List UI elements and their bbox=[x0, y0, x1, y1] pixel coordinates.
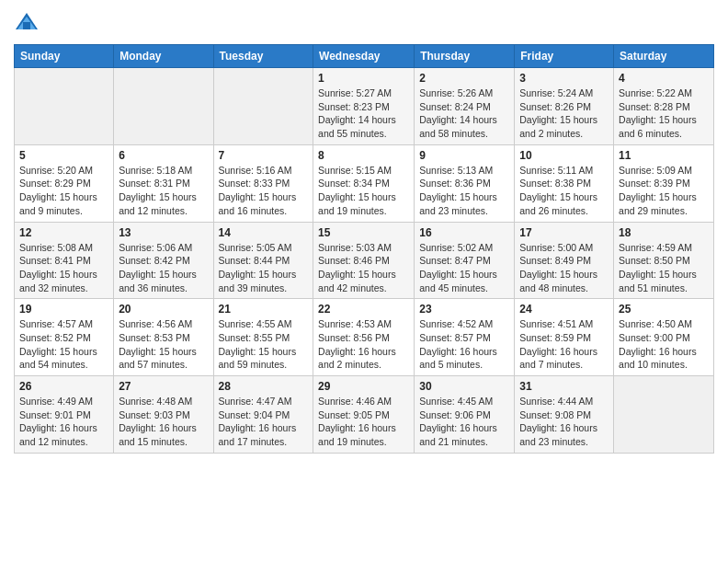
calendar-cell: 5Sunrise: 5:20 AMSunset: 8:29 PMDaylight… bbox=[15, 144, 114, 222]
day-info: Sunrise: 5:20 AMSunset: 8:29 PMDaylight:… bbox=[19, 164, 108, 218]
calendar-cell: 17Sunrise: 5:00 AMSunset: 8:49 PMDayligh… bbox=[515, 222, 614, 299]
calendar-cell: 10Sunrise: 5:11 AMSunset: 8:38 PMDayligh… bbox=[515, 144, 614, 222]
day-number: 19 bbox=[19, 303, 108, 316]
day-info: Sunrise: 4:45 AMSunset: 9:06 PMDaylight:… bbox=[419, 395, 509, 449]
day-info: Sunrise: 5:05 AMSunset: 8:44 PMDaylight:… bbox=[219, 241, 309, 295]
day-number: 17 bbox=[519, 226, 609, 239]
calendar-cell bbox=[213, 68, 313, 145]
day-info: Sunrise: 4:46 AMSunset: 9:05 PMDaylight:… bbox=[318, 395, 409, 449]
calendar-cell: 14Sunrise: 5:05 AMSunset: 8:44 PMDayligh… bbox=[213, 222, 313, 299]
calendar-cell: 11Sunrise: 5:09 AMSunset: 8:39 PMDayligh… bbox=[614, 144, 714, 222]
day-info: Sunrise: 4:49 AMSunset: 9:01 PMDaylight:… bbox=[19, 395, 108, 449]
col-header-wednesday: Wednesday bbox=[313, 45, 415, 68]
day-number: 22 bbox=[318, 303, 409, 316]
day-number: 8 bbox=[318, 149, 409, 162]
day-number: 30 bbox=[419, 380, 509, 393]
calendar-table: SundayMondayTuesdayWednesdayThursdayFrid… bbox=[14, 44, 714, 454]
col-header-thursday: Thursday bbox=[415, 45, 515, 68]
day-info: Sunrise: 5:16 AMSunset: 8:33 PMDaylight:… bbox=[219, 164, 309, 218]
col-header-friday: Friday bbox=[515, 45, 614, 68]
day-info: Sunrise: 5:27 AMSunset: 8:23 PMDaylight:… bbox=[318, 86, 409, 141]
day-info: Sunrise: 5:22 AMSunset: 8:28 PMDaylight:… bbox=[619, 86, 709, 141]
day-number: 28 bbox=[219, 380, 309, 393]
calendar-cell: 28Sunrise: 4:47 AMSunset: 9:04 PMDayligh… bbox=[213, 376, 313, 454]
calendar-cell: 15Sunrise: 5:03 AMSunset: 8:46 PMDayligh… bbox=[313, 222, 415, 299]
logo bbox=[14, 9, 43, 35]
day-info: Sunrise: 5:03 AMSunset: 8:46 PMDaylight:… bbox=[318, 241, 409, 295]
day-number: 5 bbox=[19, 149, 108, 162]
calendar-cell: 20Sunrise: 4:56 AMSunset: 8:53 PMDayligh… bbox=[114, 299, 213, 376]
calendar-cell: 31Sunrise: 4:44 AMSunset: 9:08 PMDayligh… bbox=[515, 376, 614, 454]
day-info: Sunrise: 5:15 AMSunset: 8:34 PMDaylight:… bbox=[318, 164, 409, 218]
calendar-cell: 18Sunrise: 4:59 AMSunset: 8:50 PMDayligh… bbox=[614, 222, 714, 299]
calendar-cell: 1Sunrise: 5:27 AMSunset: 8:23 PMDaylight… bbox=[313, 68, 415, 145]
day-info: Sunrise: 5:08 AMSunset: 8:41 PMDaylight:… bbox=[19, 241, 108, 295]
day-number: 2 bbox=[419, 72, 509, 85]
col-header-tuesday: Tuesday bbox=[213, 45, 313, 68]
day-number: 26 bbox=[19, 380, 108, 393]
day-info: Sunrise: 5:24 AMSunset: 8:26 PMDaylight:… bbox=[519, 86, 609, 141]
col-header-sunday: Sunday bbox=[15, 45, 114, 68]
logo-icon bbox=[14, 9, 40, 35]
calendar-cell bbox=[114, 68, 213, 145]
calendar-week-row: 19Sunrise: 4:57 AMSunset: 8:52 PMDayligh… bbox=[15, 299, 714, 376]
calendar-cell: 12Sunrise: 5:08 AMSunset: 8:41 PMDayligh… bbox=[15, 222, 114, 299]
day-info: Sunrise: 5:06 AMSunset: 8:42 PMDaylight:… bbox=[119, 241, 208, 295]
day-number: 16 bbox=[419, 226, 509, 239]
calendar-cell: 8Sunrise: 5:15 AMSunset: 8:34 PMDaylight… bbox=[313, 144, 415, 222]
day-info: Sunrise: 5:11 AMSunset: 8:38 PMDaylight:… bbox=[519, 164, 609, 218]
day-number: 15 bbox=[318, 226, 409, 239]
day-number: 11 bbox=[619, 149, 709, 162]
calendar-cell: 19Sunrise: 4:57 AMSunset: 8:52 PMDayligh… bbox=[15, 299, 114, 376]
day-info: Sunrise: 5:18 AMSunset: 8:31 PMDaylight:… bbox=[119, 164, 208, 218]
day-number: 14 bbox=[219, 226, 309, 239]
calendar-cell: 23Sunrise: 4:52 AMSunset: 8:57 PMDayligh… bbox=[415, 299, 515, 376]
calendar-cell: 25Sunrise: 4:50 AMSunset: 9:00 PMDayligh… bbox=[614, 299, 714, 376]
day-number: 29 bbox=[318, 380, 409, 393]
page: SundayMondayTuesdayWednesdayThursdayFrid… bbox=[0, 0, 728, 467]
day-info: Sunrise: 4:47 AMSunset: 9:04 PMDaylight:… bbox=[219, 395, 309, 449]
calendar-cell: 4Sunrise: 5:22 AMSunset: 8:28 PMDaylight… bbox=[614, 68, 714, 145]
day-number: 13 bbox=[119, 226, 208, 239]
calendar-cell: 24Sunrise: 4:51 AMSunset: 8:59 PMDayligh… bbox=[515, 299, 614, 376]
calendar-week-row: 12Sunrise: 5:08 AMSunset: 8:41 PMDayligh… bbox=[15, 222, 714, 299]
calendar-cell: 9Sunrise: 5:13 AMSunset: 8:36 PMDaylight… bbox=[415, 144, 515, 222]
calendar-cell bbox=[15, 68, 114, 145]
day-number: 25 bbox=[619, 303, 709, 316]
col-header-saturday: Saturday bbox=[614, 45, 714, 68]
day-info: Sunrise: 4:51 AMSunset: 8:59 PMDaylight:… bbox=[519, 317, 609, 372]
day-info: Sunrise: 4:59 AMSunset: 8:50 PMDaylight:… bbox=[619, 241, 709, 295]
day-number: 10 bbox=[519, 149, 609, 162]
calendar-cell: 7Sunrise: 5:16 AMSunset: 8:33 PMDaylight… bbox=[213, 144, 313, 222]
day-number: 1 bbox=[318, 72, 409, 85]
day-number: 27 bbox=[119, 380, 208, 393]
day-info: Sunrise: 5:13 AMSunset: 8:36 PMDaylight:… bbox=[419, 164, 509, 218]
day-info: Sunrise: 4:57 AMSunset: 8:52 PMDaylight:… bbox=[19, 317, 108, 372]
calendar-cell: 30Sunrise: 4:45 AMSunset: 9:06 PMDayligh… bbox=[415, 376, 515, 454]
calendar-cell: 6Sunrise: 5:18 AMSunset: 8:31 PMDaylight… bbox=[114, 144, 213, 222]
calendar-header-row: SundayMondayTuesdayWednesdayThursdayFrid… bbox=[15, 45, 714, 68]
day-info: Sunrise: 5:00 AMSunset: 8:49 PMDaylight:… bbox=[519, 241, 609, 295]
calendar-cell: 29Sunrise: 4:46 AMSunset: 9:05 PMDayligh… bbox=[313, 376, 415, 454]
calendar-cell: 26Sunrise: 4:49 AMSunset: 9:01 PMDayligh… bbox=[15, 376, 114, 454]
day-number: 20 bbox=[119, 303, 208, 316]
calendar-cell bbox=[614, 376, 714, 454]
day-number: 4 bbox=[619, 72, 709, 85]
day-info: Sunrise: 4:52 AMSunset: 8:57 PMDaylight:… bbox=[419, 317, 509, 372]
day-number: 7 bbox=[219, 149, 309, 162]
day-info: Sunrise: 4:44 AMSunset: 9:08 PMDaylight:… bbox=[519, 395, 609, 449]
day-number: 24 bbox=[519, 303, 609, 316]
day-number: 23 bbox=[419, 303, 509, 316]
col-header-monday: Monday bbox=[114, 45, 213, 68]
calendar-week-row: 1Sunrise: 5:27 AMSunset: 8:23 PMDaylight… bbox=[15, 68, 714, 145]
day-info: Sunrise: 5:02 AMSunset: 8:47 PMDaylight:… bbox=[419, 241, 509, 295]
day-info: Sunrise: 4:53 AMSunset: 8:56 PMDaylight:… bbox=[318, 317, 409, 372]
calendar-cell: 13Sunrise: 5:06 AMSunset: 8:42 PMDayligh… bbox=[114, 222, 213, 299]
day-number: 9 bbox=[419, 149, 509, 162]
header bbox=[14, 9, 714, 35]
day-info: Sunrise: 5:26 AMSunset: 8:24 PMDaylight:… bbox=[419, 86, 509, 141]
calendar-cell: 16Sunrise: 5:02 AMSunset: 8:47 PMDayligh… bbox=[415, 222, 515, 299]
calendar-cell: 22Sunrise: 4:53 AMSunset: 8:56 PMDayligh… bbox=[313, 299, 415, 376]
day-number: 6 bbox=[119, 149, 208, 162]
calendar-cell: 27Sunrise: 4:48 AMSunset: 9:03 PMDayligh… bbox=[114, 376, 213, 454]
